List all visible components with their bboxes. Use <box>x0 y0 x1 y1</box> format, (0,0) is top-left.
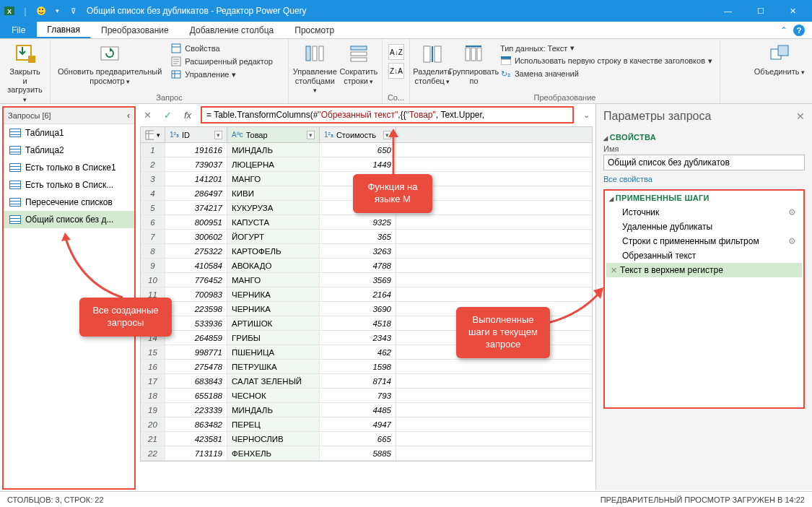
cell-id[interactable]: 264859 <box>165 331 227 344</box>
cell-cost[interactable]: 4485 <box>320 403 396 417</box>
table-row[interactable]: 20 863482 ПЕРЕЦ 4947 <box>141 417 592 432</box>
minimize-button[interactable]: — <box>712 0 744 22</box>
properties-section[interactable]: СВОЙСТВА <box>603 133 805 142</box>
cell-tovar[interactable]: АВОКАДО <box>227 259 320 272</box>
tab-home[interactable]: Главная <box>37 22 91 38</box>
cell-id[interactable]: 713119 <box>165 446 227 460</box>
cell-cost[interactable]: 8714 <box>320 374 396 388</box>
table-row[interactable]: 16 275478 ПЕТРУШКА 1598 <box>141 360 592 374</box>
cell-tovar[interactable]: ФЕНХЕЛЬ <box>227 446 320 460</box>
table-row[interactable]: 1 191616 МИНДАЛЬ 650 <box>141 143 592 157</box>
cell-tovar[interactable]: САЛАТ ЗЕЛЕНЫЙ <box>227 374 320 388</box>
applied-step[interactable]: Строки с примененным фильтром⚙ <box>606 234 802 248</box>
help-icon[interactable]: ? <box>793 25 805 36</box>
properties-button[interactable]: Свойства <box>167 43 276 54</box>
cell-id[interactable]: 700983 <box>165 287 227 301</box>
all-properties-link[interactable]: Все свойства <box>603 175 805 183</box>
cell-id[interactable]: 998771 <box>165 345 227 359</box>
cell-id[interactable]: 533936 <box>165 316 227 330</box>
customize-qt-icon[interactable]: ⊽ <box>66 4 79 17</box>
cell-tovar[interactable]: ПЕТРУШКА <box>227 360 320 373</box>
cell-cost[interactable]: 2343 <box>320 331 396 344</box>
cell-id[interactable]: 275322 <box>165 244 227 258</box>
cell-id[interactable]: 776452 <box>165 273 227 287</box>
tab-transform[interactable]: Преобразование <box>91 22 180 38</box>
first-row-headers-button[interactable]: Использовать первую строку в качестве за… <box>497 55 715 66</box>
cell-id[interactable]: 800951 <box>165 215 227 229</box>
manage-columns-button[interactable]: Управлениестолбцами <box>293 41 337 96</box>
table-row[interactable]: 22 713119 ФЕНХЕЛЬ 5885 <box>141 446 592 461</box>
replace-values-button[interactable]: ↻₂Замена значений <box>497 68 715 79</box>
step-gear-icon[interactable]: ⚙ <box>788 236 796 246</box>
cell-id[interactable]: 141201 <box>165 172 227 186</box>
cell-id[interactable]: 374217 <box>165 201 227 214</box>
cell-id[interactable]: 300602 <box>165 230 227 243</box>
cell-cost[interactable]: 2164 <box>320 287 396 301</box>
cell-tovar[interactable]: ЧЕРНИКА <box>227 287 320 301</box>
cell-tovar[interactable]: ЧЕРНОСЛИВ <box>227 432 320 446</box>
cell-cost[interactable]: 3690 <box>320 302 396 316</box>
sort-asc-button[interactable]: A↓Z <box>388 44 404 60</box>
cell-tovar[interactable]: МАНГО <box>227 273 320 287</box>
tab-file[interactable]: File <box>0 22 37 38</box>
table-row[interactable]: 11 700983 ЧЕРНИКА 2164 <box>141 287 592 302</box>
cell-id[interactable]: 286497 <box>165 186 227 200</box>
cell-tovar[interactable]: ГРИБЫ <box>227 331 320 344</box>
manage-button[interactable]: Управление ▾ <box>167 69 276 80</box>
cell-cost[interactable]: 4518 <box>320 316 396 330</box>
query-item[interactable]: Таблица2 <box>4 142 134 159</box>
cell-tovar[interactable]: МАНГО <box>227 172 320 186</box>
formula-cancel-icon[interactable]: ✕ <box>140 108 154 122</box>
cell-tovar[interactable]: МИНДАЛЬ <box>227 403 320 417</box>
cell-tovar[interactable]: ЛЮЦЕРНА <box>227 157 320 171</box>
advanced-editor-button[interactable]: Расширенный редактор <box>167 56 276 67</box>
close-button[interactable]: ✕ <box>777 0 809 22</box>
steps-section[interactable]: ПРИМЕНЕННЫЕ ШАГИ <box>609 194 802 202</box>
table-row[interactable]: 18 655188 ЧЕСНОК 793 <box>141 389 592 403</box>
cell-cost[interactable]: 5885 <box>320 446 396 460</box>
sort-desc-button[interactable]: Z↓A <box>388 63 404 79</box>
cell-id[interactable]: 223339 <box>165 403 227 417</box>
query-item[interactable]: Таблица1 <box>4 124 134 142</box>
applied-step[interactable]: Удаленные дубликаты <box>606 220 802 234</box>
table-row[interactable]: 8 275322 КАРТОФЕЛЬ 3263 <box>141 244 592 259</box>
column-header-tovar[interactable]: AᴮcТовар▾ <box>227 127 320 142</box>
cell-tovar[interactable]: МИНДАЛЬ <box>227 143 320 157</box>
close-and-load-button[interactable]: Закрыть изагрузить <box>4 41 45 105</box>
table-row[interactable]: 9 410584 АВОКАДО 4788 <box>141 259 592 273</box>
cell-id[interactable]: 410584 <box>165 259 227 272</box>
cell-cost[interactable]: 4947 <box>320 417 396 431</box>
cell-cost[interactable]: 3263 <box>320 244 396 258</box>
cell-tovar[interactable]: ЧЕРНИКА <box>227 302 320 316</box>
cell-id[interactable]: 739037 <box>165 157 227 171</box>
cell-cost[interactable]: 9325 <box>320 215 396 229</box>
tab-view[interactable]: Просмотр <box>284 22 345 38</box>
cell-tovar[interactable]: КИВИ <box>227 186 320 200</box>
cell-id[interactable]: 683843 <box>165 374 227 388</box>
cell-cost[interactable]: 4788 <box>320 259 396 272</box>
cell-cost[interactable]: 1598 <box>320 360 396 373</box>
table-row[interactable]: 19 223339 МИНДАЛЬ 4485 <box>141 403 592 417</box>
cell-tovar[interactable]: ЙОГУРТ <box>227 230 320 243</box>
collapse-queries-icon[interactable]: ‹ <box>127 110 130 121</box>
applied-step[interactable]: Источник⚙ <box>606 205 802 220</box>
table-corner[interactable]: ▾ <box>141 127 165 142</box>
cell-id[interactable]: 655188 <box>165 389 227 402</box>
table-row[interactable]: 6 800951 КАПУСТА 9325 <box>141 215 592 230</box>
tab-addcolumn[interactable]: Добавление столбца <box>180 22 285 38</box>
query-item[interactable]: Общий список без д... <box>4 211 134 228</box>
formula-accept-icon[interactable]: ✓ <box>160 108 175 122</box>
cell-tovar[interactable]: ПЕРЕЦ <box>227 417 320 431</box>
table-row[interactable]: 17 683843 САЛАТ ЗЕЛЕНЫЙ 8714 <box>141 374 592 389</box>
formula-bar[interactable]: = Table.TransformColumns(#"Обрезанный те… <box>201 106 574 124</box>
reduce-rows-button[interactable]: Сократитьстроки <box>340 41 377 87</box>
column-header-id[interactable]: 1²₃ID▾ <box>165 127 227 142</box>
cell-tovar[interactable]: АРТИШОК <box>227 316 320 330</box>
query-name-input[interactable] <box>603 155 805 170</box>
cell-cost[interactable]: 665 <box>320 432 396 446</box>
maximize-button[interactable]: ☐ <box>744 0 777 22</box>
cell-cost[interactable]: 462 <box>320 345 396 359</box>
cell-cost[interactable]: 365 <box>320 230 396 243</box>
query-item[interactable]: Пересечение списков <box>4 194 134 211</box>
cell-tovar[interactable]: ПШЕНИЦА <box>227 345 320 359</box>
